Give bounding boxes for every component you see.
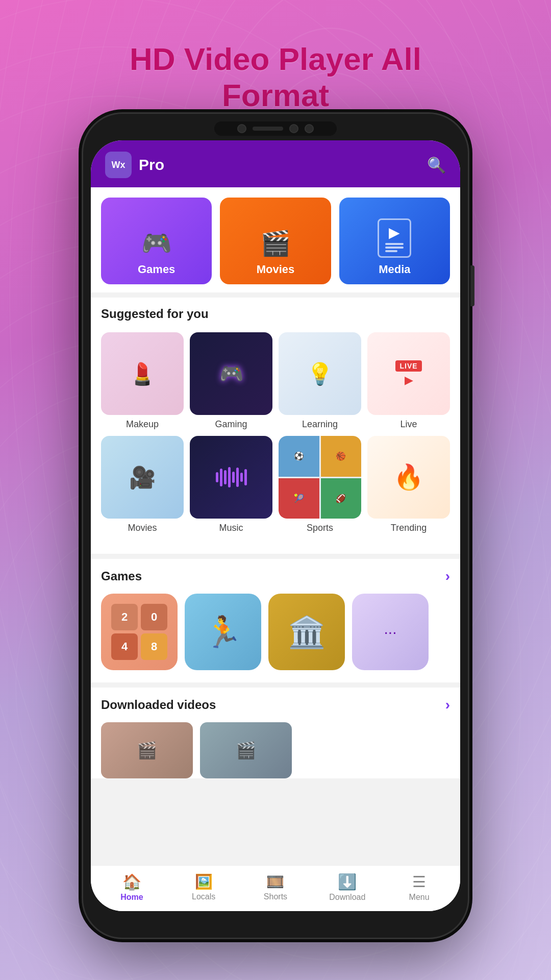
logo-badge: Wx — [105, 152, 132, 178]
bottom-nav: 🏠 Home 🖼️ Locals 🎞️ Shorts ⬇️ Download ☰ — [91, 865, 460, 911]
search-button[interactable]: 🔍 — [427, 156, 446, 174]
sports-label: Sports — [307, 523, 333, 533]
live-label: Live — [400, 419, 417, 430]
live-badge: LIVE — [395, 360, 421, 372]
downloaded-header[interactable]: Downloaded videos › — [91, 688, 460, 718]
video-thumb-2[interactable]: 🎬 — [200, 722, 292, 778]
movies-label-2: Movies — [128, 523, 157, 533]
suggestion-gaming[interactable]: 🎮 Gaming — [190, 332, 272, 430]
trending-label: Trending — [391, 523, 427, 533]
gaming-thumb: 🎮 — [190, 332, 272, 415]
sports-thumb: ⚽ 🏀 🎾 🏈 — [279, 436, 361, 519]
games-scroll[interactable]: 2 0 4 8 🏃 🏛️ — [91, 590, 460, 672]
downloaded-arrow[interactable]: › — [445, 697, 450, 713]
sports-mosaic: ⚽ 🏀 🎾 🏈 — [279, 436, 361, 519]
suggested-header: Suggested for you — [91, 298, 460, 326]
game-2048[interactable]: 2 0 4 8 — [101, 594, 178, 670]
tile-2: 2 — [111, 604, 138, 630]
downloaded-section: Downloaded videos › 🎬 🎬 — [91, 688, 460, 778]
app-header: Wx Pro 🔍 — [91, 140, 460, 187]
nav-locals[interactable]: 🖼️ Locals — [168, 873, 240, 901]
tile-4: 4 — [111, 633, 138, 660]
trending-thumb: 🔥 — [367, 436, 450, 519]
locals-icon: 🖼️ — [195, 873, 213, 890]
live-thumb: LIVE ▶ — [367, 332, 450, 415]
game-temple[interactable]: 🏛️ — [268, 594, 345, 670]
menu-label: Menu — [409, 893, 430, 902]
category-games[interactable]: 🎮 Games — [101, 198, 212, 284]
phone-mockup: Wx Pro 🔍 🎮 Games 🎬 Movies — [82, 112, 469, 939]
makeup-label: Makeup — [126, 419, 159, 430]
movies-thumb-2: 🎥 — [101, 436, 184, 519]
makeup-thumb: 💄 — [101, 332, 184, 415]
nav-menu[interactable]: ☰ Menu — [383, 873, 455, 902]
shorts-label: Shorts — [264, 892, 287, 901]
media-lines — [385, 243, 404, 252]
live-play-arrow: ▶ — [405, 374, 413, 387]
locals-label: Locals — [192, 892, 215, 901]
suggested-title: Suggested for you — [101, 307, 209, 321]
games-header[interactable]: Games › — [91, 559, 460, 590]
suggestion-makeup[interactable]: 💄 Makeup — [101, 332, 184, 430]
category-cards-section: 🎮 Games 🎬 Movies ▶ — [91, 187, 460, 292]
app-content[interactable]: 🎮 Games 🎬 Movies ▶ — [91, 187, 460, 865]
2048-grid: 2 0 4 8 — [104, 597, 174, 667]
menu-icon: ☰ — [412, 873, 426, 891]
home-label: Home — [120, 893, 143, 902]
tile-0: 0 — [141, 604, 167, 630]
phone-shell: Wx Pro 🔍 🎮 Games 🎬 Movies — [82, 112, 469, 939]
games-label: Games — [138, 263, 175, 276]
phone-notch — [214, 121, 337, 136]
downloaded-scroll[interactable]: 🎬 🎬 — [91, 718, 460, 778]
downloaded-title: Downloaded videos — [101, 698, 216, 712]
shorts-icon: 🎞️ — [266, 873, 284, 890]
sports-cell-2: 🏀 — [321, 436, 362, 477]
sports-cell-3: 🎾 — [279, 478, 319, 519]
spacer-3 — [91, 682, 460, 688]
camera-dot-extra — [305, 124, 314, 133]
nav-shorts[interactable]: 🎞️ Shorts — [240, 873, 312, 901]
camera-dot-left — [237, 124, 246, 133]
video-thumb-1[interactable]: 🎬 — [101, 722, 193, 778]
learning-label: Learning — [302, 419, 338, 430]
games-icon: 🎮 — [141, 229, 172, 258]
suggestion-music[interactable]: Music — [190, 436, 272, 533]
suggestion-live[interactable]: LIVE ▶ Live — [367, 332, 450, 430]
games-arrow[interactable]: › — [445, 568, 450, 584]
sports-cell-4: 🏈 — [321, 478, 362, 519]
music-thumb — [190, 436, 272, 519]
camera-dot-right — [289, 124, 298, 133]
category-media[interactable]: ▶ Media — [339, 198, 450, 284]
games-title: Games — [101, 569, 142, 583]
learning-thumb: 💡 — [279, 332, 361, 415]
suggested-section: Suggested for you 💄 Makeup — [91, 298, 460, 554]
nav-home[interactable]: 🏠 Home — [96, 873, 168, 902]
spacer-1 — [91, 292, 460, 298]
suggestions-grid: 💄 Makeup 🎮 Gaming — [91, 326, 460, 544]
speaker — [253, 127, 283, 131]
game-more[interactable]: ··· — [352, 594, 429, 670]
sports-cell-1: ⚽ — [279, 436, 319, 477]
suggestion-movies-2[interactable]: 🎥 Movies — [101, 436, 184, 533]
game-subway[interactable]: 🏃 — [185, 594, 261, 670]
gaming-label: Gaming — [215, 419, 247, 430]
movies-icon: 🎬 — [260, 229, 291, 258]
music-label: Music — [219, 523, 243, 533]
power-button — [470, 265, 474, 306]
category-movies[interactable]: 🎬 Movies — [220, 198, 331, 284]
suggestion-trending[interactable]: 🔥 Trending — [367, 436, 450, 533]
header-pro-label: Pro — [139, 156, 427, 174]
tile-8: 8 — [141, 633, 167, 660]
music-wave — [216, 466, 247, 488]
nav-download[interactable]: ⬇️ Download — [311, 873, 383, 902]
media-icon-box: ▶ — [378, 218, 411, 258]
movies-label: Movies — [257, 263, 295, 276]
spacer-2 — [91, 554, 460, 559]
suggestion-learning[interactable]: 💡 Learning — [279, 332, 361, 430]
suggestion-sports[interactable]: ⚽ 🏀 🎾 🏈 Sports — [279, 436, 361, 533]
page-title: HD Video Player All Format — [97, 41, 454, 114]
live-icon: LIVE ▶ — [395, 360, 421, 387]
download-label: Download — [329, 893, 365, 902]
media-label: Media — [379, 263, 410, 276]
phone-screen: Wx Pro 🔍 🎮 Games 🎬 Movies — [91, 140, 460, 911]
